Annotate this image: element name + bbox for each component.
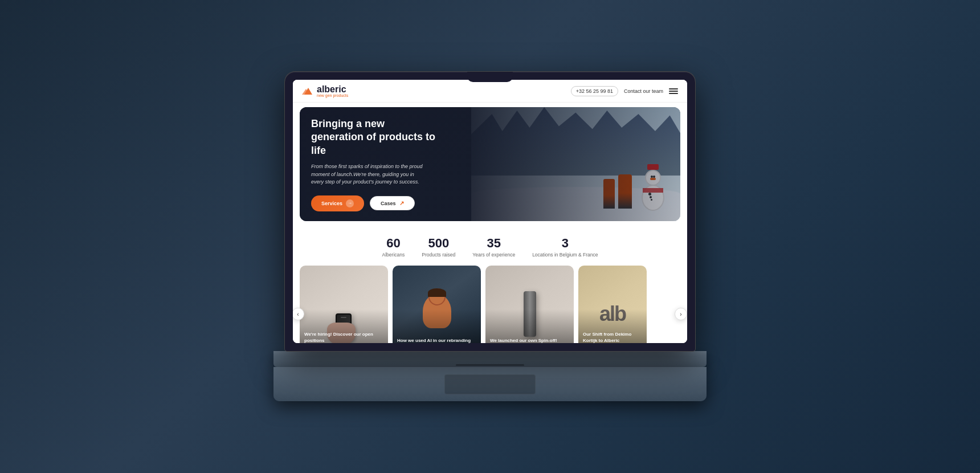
cards-carousel: We're hiring! Discover our open position…	[300, 266, 687, 343]
logo-text: alberic	[317, 84, 346, 94]
cases-arrow-icon: ↗	[399, 200, 404, 206]
card-content-rebrand: Our Shift from Dekimo Kortijk to Alberic…	[578, 327, 647, 343]
services-button[interactable]: Services →	[311, 195, 364, 211]
cases-button[interactable]: Cases ↗	[370, 196, 415, 210]
stats-section: 60 Albericans 500 Products raised 35 Yea…	[293, 226, 687, 266]
card-content-ai: How we used AI in our rebranding READ IT…	[393, 333, 481, 343]
logo-icon	[302, 87, 315, 96]
keyboard-base	[273, 351, 707, 367]
hamburger-menu-button[interactable]	[669, 88, 678, 94]
stat-label-albericans: Albericans	[382, 252, 405, 258]
card-ai: How we used AI in our rebranding READ IT…	[393, 266, 481, 343]
nav-contact-link[interactable]: Contact our team	[624, 88, 663, 94]
menu-line-2	[669, 91, 678, 92]
hero-buttons: Services → Cases ↗	[311, 195, 669, 211]
hero-section: Bringing a new generation of products to…	[300, 107, 680, 221]
carousel-next-button[interactable]: ›	[675, 308, 687, 320]
nav-phone[interactable]: +32 56 25 99 81	[571, 86, 618, 96]
card-title-hiring: We're hiring! Discover our open position…	[304, 332, 383, 343]
logo-sub: new gen products	[317, 93, 348, 97]
logo-area: alberic new gen products	[302, 84, 348, 97]
cases-button-label: Cases	[381, 201, 396, 206]
cards-section: ‹	[293, 266, 687, 343]
screen-content: alberic new gen products +32 56 25 99 81…	[293, 80, 687, 343]
camera-notch	[467, 72, 513, 82]
stat-number-products: 500	[422, 236, 455, 251]
hero-subtitle: From those first sparks of inspiration t…	[311, 163, 425, 186]
hero-title: Bringing a new generation of products to…	[311, 117, 436, 157]
website: alberic new gen products +32 56 25 99 81…	[293, 80, 687, 343]
stat-label-years: Years of experience	[472, 252, 515, 258]
card-title-ai: How we used AI in our rebranding	[397, 338, 476, 343]
laptop-frame: alberic new gen products +32 56 25 99 81…	[285, 72, 695, 401]
stat-products: 500 Products raised	[422, 236, 455, 258]
keyboard-surface	[273, 367, 707, 401]
stat-albericans: 60 Albericans	[382, 236, 405, 258]
services-arrow-icon: →	[346, 199, 354, 207]
navigation: alberic new gen products +32 56 25 99 81…	[293, 80, 687, 103]
card-content-hiring: We're hiring! Discover our open position…	[300, 327, 388, 343]
stat-number-albericans: 60	[382, 236, 405, 251]
card-content-spinoff: We launched our own Spin-off! DISCOVER M…	[485, 333, 574, 343]
hero-content: Bringing a new generation of products to…	[300, 107, 680, 221]
card-spinoff: We launched our own Spin-off! DISCOVER M…	[485, 266, 574, 343]
trackpad-line	[456, 364, 524, 366]
card-title-spinoff: We launched our own Spin-off!	[490, 338, 569, 343]
trackpad	[444, 374, 536, 394]
stat-locations: 3 Locations in Belgium & France	[532, 236, 598, 258]
services-button-label: Services	[321, 201, 342, 206]
stat-years: 35 Years of experience	[472, 236, 515, 258]
stat-label-products: Products raised	[422, 252, 455, 258]
stat-label-locations: Locations in Belgium & France	[532, 252, 598, 258]
menu-line-1	[669, 88, 678, 89]
screen-bezel: alberic new gen products +32 56 25 99 81…	[285, 72, 695, 351]
stat-number-years: 35	[472, 236, 515, 251]
stat-number-locations: 3	[532, 236, 598, 251]
card-hiring: We're hiring! Discover our open position…	[300, 266, 388, 343]
card-rebrand: alb Our Shift from Dekimo Kortijk to Alb…	[578, 266, 647, 343]
menu-line-3	[669, 93, 678, 94]
card-title-rebrand: Our Shift from Dekimo Kortijk to Alberic	[583, 332, 642, 343]
nav-right: +32 56 25 99 81 Contact our team	[571, 86, 678, 96]
